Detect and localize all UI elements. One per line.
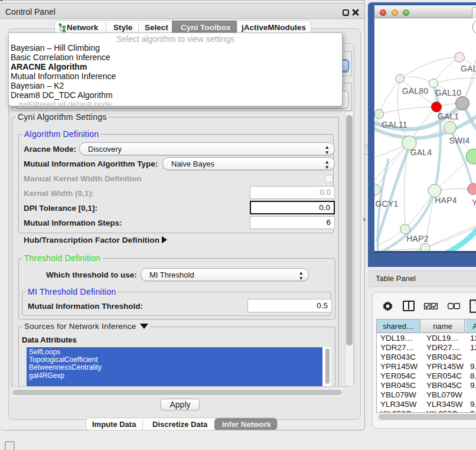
svg-text:GCY1: GCY1 <box>376 199 399 208</box>
svg-text:GAL1: GAL1 <box>438 112 459 121</box>
svg-text:SWI4: SWI4 <box>449 136 470 145</box>
svg-text:HAP2: HAP2 <box>406 234 428 243</box>
svg-text:GAL80: GAL80 <box>402 86 429 96</box>
svg-text:HAP4: HAP4 <box>435 195 457 205</box>
svg-text:GAL10: GAL10 <box>435 88 462 97</box>
svg-text:GAL7: GAL7 <box>461 64 476 73</box>
svg-text:YG: YG <box>472 198 476 207</box>
svg-text:GAL4: GAL4 <box>410 148 432 157</box>
svg-text:GAL11: GAL11 <box>382 120 407 129</box>
